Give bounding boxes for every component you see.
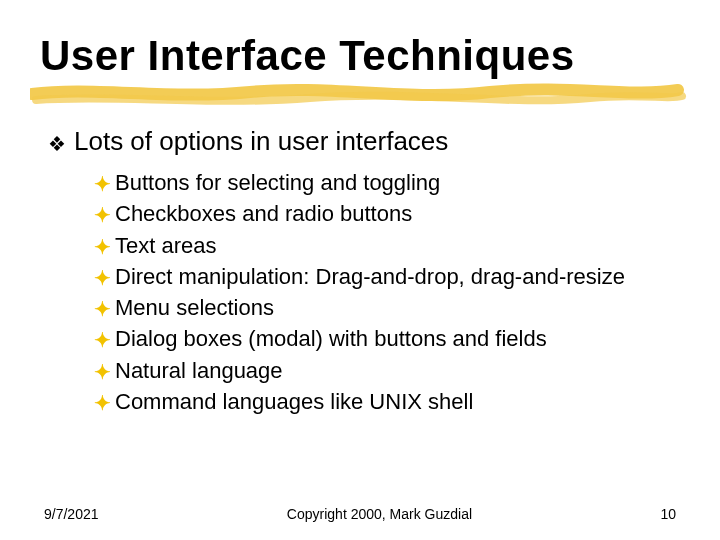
footer-page-number: 10 [660,506,676,522]
star-bullet-icon: ✦ [94,170,111,198]
bullet-level1: ❖ Lots of options in user interfaces [48,126,680,157]
bullet-level2-text: Text areas [115,230,217,261]
bullet-level2: ✦ Natural language [94,355,680,386]
bullet-level2-text: Checkboxes and radio buttons [115,198,412,229]
bullet-level2-text: Buttons for selecting and toggling [115,167,440,198]
bullet-level2: ✦ Direct manipulation: Drag-and-drop, dr… [94,261,680,292]
bullet-level2-text: Natural language [115,355,283,386]
bullet-level2-text: Direct manipulation: Drag-and-drop, drag… [115,261,625,292]
bullet-level2: ✦ Checkboxes and radio buttons [94,198,680,229]
bullet-level2-text: Command languages like UNIX shell [115,386,473,417]
bullet-level1-text: Lots of options in user interfaces [74,126,448,157]
star-bullet-icon: ✦ [94,389,111,417]
marker-underline-icon [30,80,690,110]
footer-copyright: Copyright 2000, Mark Guzdial [99,506,661,522]
slide-footer: 9/7/2021 Copyright 2000, Mark Guzdial 10 [0,506,720,522]
slide: User Interface Techniques ❖ Lots of opti… [0,0,720,540]
diamond-bullet-icon: ❖ [48,132,66,156]
title-underline [40,84,680,110]
bullet-level2: ✦ Menu selections [94,292,680,323]
slide-body: ❖ Lots of options in user interfaces ✦ B… [40,126,680,417]
bullet-level2: ✦ Buttons for selecting and toggling [94,167,680,198]
star-bullet-icon: ✦ [94,233,111,261]
star-bullet-icon: ✦ [94,264,111,292]
bullet-level2: ✦ Command languages like UNIX shell [94,386,680,417]
star-bullet-icon: ✦ [94,201,111,229]
bullet-level2: ✦ Text areas [94,230,680,261]
bullet-level2-text: Menu selections [115,292,274,323]
footer-date: 9/7/2021 [44,506,99,522]
star-bullet-icon: ✦ [94,326,111,354]
bullet-level2-text: Dialog boxes (modal) with buttons and fi… [115,323,547,354]
star-bullet-icon: ✦ [94,295,111,323]
star-bullet-icon: ✦ [94,358,111,386]
bullet-level2: ✦ Dialog boxes (modal) with buttons and … [94,323,680,354]
sub-bullet-list: ✦ Buttons for selecting and toggling ✦ C… [48,167,680,417]
slide-title: User Interface Techniques [40,34,680,78]
